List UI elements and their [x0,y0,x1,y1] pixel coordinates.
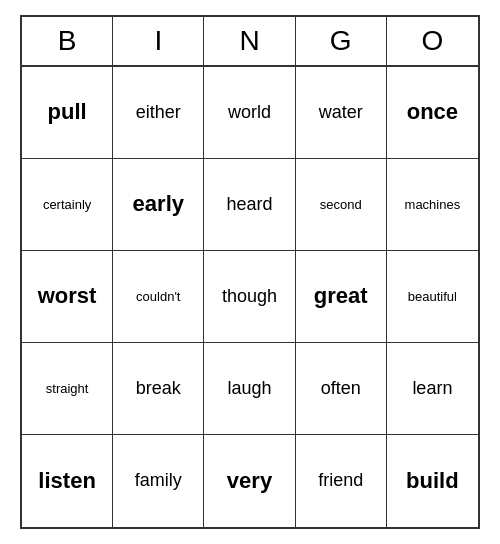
header-letter: O [387,17,478,65]
bingo-cell: often [296,343,387,435]
cell-word: worst [38,283,97,309]
bingo-cell: friend [296,435,387,527]
bingo-cell: beautiful [387,251,478,343]
bingo-cell: pull [22,67,113,159]
bingo-cell: build [387,435,478,527]
bingo-cell: though [204,251,295,343]
cell-word: early [133,191,184,217]
cell-word: once [407,99,458,125]
cell-word: certainly [43,197,91,213]
cell-word: learn [412,378,452,400]
cell-word: family [135,470,182,492]
bingo-cell: learn [387,343,478,435]
bingo-cell: laugh [204,343,295,435]
cell-word: break [136,378,181,400]
bingo-cell: very [204,435,295,527]
bingo-cell: family [113,435,204,527]
cell-word: straight [46,381,89,397]
header-letter: G [296,17,387,65]
bingo-cell: world [204,67,295,159]
cell-word: build [406,468,459,494]
bingo-cell: couldn't [113,251,204,343]
bingo-cell: break [113,343,204,435]
cell-word: though [222,286,277,308]
bingo-cell: early [113,159,204,251]
bingo-cell: water [296,67,387,159]
header-letter: I [113,17,204,65]
bingo-cell: straight [22,343,113,435]
cell-word: couldn't [136,289,180,305]
header-letter: N [204,17,295,65]
bingo-grid: pulleitherworldwateroncecertainlyearlyhe… [22,67,478,527]
bingo-cell: heard [204,159,295,251]
cell-word: beautiful [408,289,457,305]
cell-word: laugh [227,378,271,400]
cell-word: either [136,102,181,124]
cell-word: world [228,102,271,124]
bingo-cell: worst [22,251,113,343]
bingo-cell: certainly [22,159,113,251]
cell-word: water [319,102,363,124]
cell-word: listen [38,468,95,494]
cell-word: second [320,197,362,213]
bingo-cell: listen [22,435,113,527]
cell-word: often [321,378,361,400]
bingo-card: BINGO pulleitherworldwateroncecertainlye… [20,15,480,529]
cell-word: friend [318,470,363,492]
cell-word: great [314,283,368,309]
cell-word: heard [226,194,272,216]
bingo-cell: second [296,159,387,251]
cell-word: pull [48,99,87,125]
bingo-cell: either [113,67,204,159]
bingo-header: BINGO [22,17,478,67]
cell-word: machines [405,197,461,213]
bingo-cell: once [387,67,478,159]
bingo-cell: machines [387,159,478,251]
header-letter: B [22,17,113,65]
bingo-cell: great [296,251,387,343]
cell-word: very [227,468,272,494]
